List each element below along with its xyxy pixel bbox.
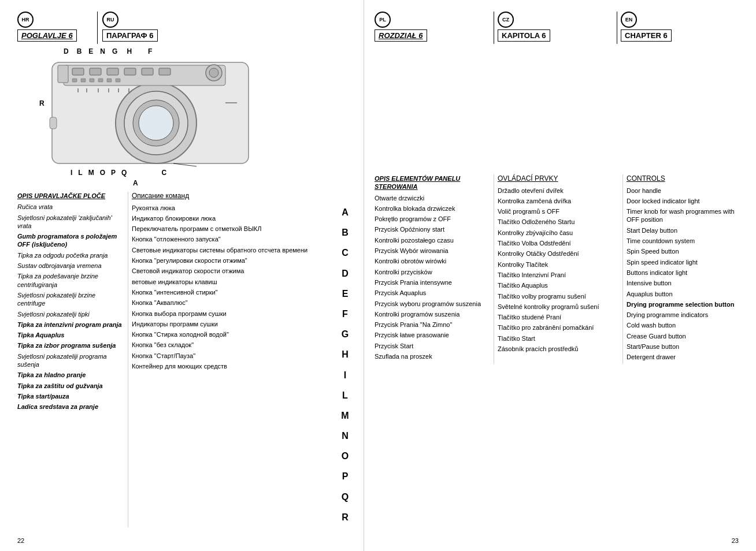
right-image-placeholder bbox=[375, 47, 739, 174]
ru-item-14: Кнопка "без складок" bbox=[132, 341, 337, 349]
vertical-divider-2 bbox=[494, 12, 494, 44]
en-item-8: Buttons indicator light bbox=[627, 269, 739, 277]
label-d: D bbox=[64, 47, 69, 55]
cz-item-1: Držadlo otevření dvířek bbox=[498, 187, 619, 195]
cz-section-title: OVLÁDACÍ PRVKY bbox=[498, 174, 619, 184]
en-item-7: Spin speed indicator light bbox=[627, 258, 739, 266]
hr-badge: HR bbox=[17, 12, 34, 28]
label-a: A bbox=[133, 179, 260, 187]
alpha-p: P bbox=[337, 466, 353, 486]
svg-rect-9 bbox=[107, 68, 118, 75]
en-item-15: Start/Pause button bbox=[627, 342, 739, 351]
cz-item-16: Zásobník pracích prostředků bbox=[498, 345, 619, 353]
alpha-q: Q bbox=[337, 487, 353, 507]
pl-chapter-title: ROZDZIAŁ 6 bbox=[375, 29, 427, 42]
hr-item-2: Svjetlosni pokazatelji 'zaključanih' vra… bbox=[17, 214, 124, 230]
en-item-2: Door locked indicator light bbox=[627, 197, 739, 205]
ru-item-11: Кнопка выбора программ сушки bbox=[132, 310, 337, 318]
alpha-f: F bbox=[337, 304, 353, 324]
pl-item-3: Pokrętło programów z OFF bbox=[375, 215, 490, 223]
pl-items-col: OPIS ELEMENTÓW PANELU STEROWANIA Otwarte… bbox=[375, 174, 490, 363]
divider-pl-cz bbox=[494, 174, 494, 364]
hr-item-10: Tipka Aquaplus bbox=[17, 331, 124, 339]
ru-item-15: Кнопка "Старт/Пауза" bbox=[132, 352, 337, 360]
right-header-row: PL ROZDZIAŁ 6 CZ KAPITOLA 6 bbox=[375, 12, 739, 44]
svg-rect-15 bbox=[72, 79, 77, 82]
vertical-divider-3 bbox=[617, 12, 617, 44]
ru-item-6: Кнопка "регулировки скорости отжима" bbox=[132, 256, 337, 265]
hr-item-3: Gumb programatora s položajem OFF (isklj… bbox=[17, 232, 124, 249]
pl-item-4: Przycisk Opóźniony start bbox=[375, 225, 490, 233]
en-badge: EN bbox=[621, 12, 637, 28]
pl-item-14: Przycisk łatwe prasowanie bbox=[375, 331, 490, 339]
label-o: O bbox=[100, 169, 105, 177]
en-item-1: Door handle bbox=[627, 187, 739, 195]
pl-item-13: Przycisk Prania "Na Zimno" bbox=[375, 321, 490, 329]
ru-chapter-title: ПАРАГРАФ 6 bbox=[102, 29, 158, 42]
alpha-c: C bbox=[337, 243, 353, 263]
hr-item-11: Tipka za izbor programa sušenja bbox=[17, 341, 124, 349]
hr-chapter-title: POGLAVLJE 6 bbox=[17, 29, 77, 42]
svg-rect-10 bbox=[124, 68, 136, 75]
label-m: M bbox=[88, 169, 94, 177]
hr-item-8: Svjetlosni pokazatelji tipki bbox=[17, 310, 124, 318]
svg-rect-8 bbox=[90, 68, 101, 75]
vertical-divider-1 bbox=[97, 12, 98, 44]
cz-item-6: Tlačítko Volba Odstředění bbox=[498, 239, 619, 247]
svg-point-14 bbox=[209, 68, 218, 77]
label-n: N bbox=[100, 47, 105, 55]
svg-rect-11 bbox=[142, 68, 153, 75]
en-section-title: CONTROLS bbox=[627, 174, 739, 184]
cz-item-2: Kontrolka zamčená dvířka bbox=[498, 197, 619, 205]
alpha-e: E bbox=[337, 284, 353, 304]
alpha-m: M bbox=[337, 405, 353, 426]
en-item-16: Detergent drawer bbox=[627, 353, 739, 361]
alpha-g: G bbox=[337, 324, 353, 344]
pl-item-5: Kontrolki pozostałego czasu bbox=[375, 236, 490, 244]
ru-item-10: Кнопка "Акваплюс" bbox=[132, 299, 337, 307]
svg-rect-20 bbox=[116, 79, 120, 82]
en-item-11: Drying programme selection button bbox=[627, 300, 739, 308]
cz-item-14: Tlačítko pro zabránění pomačkání bbox=[498, 323, 619, 332]
ru-item-5: Световые индикаторы системы обратного от… bbox=[132, 246, 337, 254]
right-content-columns: OPIS ELEMENTÓW PANELU STEROWANIA Otwarte… bbox=[375, 174, 739, 364]
hr-header: HR POGLAVLJE 6 bbox=[17, 12, 92, 44]
cz-item-13: Tlačítko studené Praní bbox=[498, 313, 619, 321]
pl-item-10: Przycisk Aquaplus bbox=[375, 289, 490, 297]
svg-rect-19 bbox=[107, 79, 112, 82]
en-item-14: Crease Guard button bbox=[627, 332, 739, 340]
ru-item-13: Кнопка "Стирка холодной водой" bbox=[132, 330, 337, 338]
en-item-9: Intensive button bbox=[627, 279, 739, 287]
hr-item-12: Svjetlosni pokazateliji programa sušenja bbox=[17, 352, 124, 369]
page-number-right: 23 bbox=[732, 537, 739, 544]
ru-item-8: ветовые индикаторы клавиш bbox=[132, 278, 337, 286]
ru-item-9: Кнопка "интенсивной стирки" bbox=[132, 288, 337, 296]
svg-rect-16 bbox=[81, 79, 86, 82]
cz-item-12: Světelné kontrolky programů sušení bbox=[498, 303, 619, 311]
ru-item-16: Контейнер для моющих средств bbox=[132, 362, 337, 370]
svg-rect-5 bbox=[50, 117, 57, 129]
pl-item-11: Przycisk wyboru programów suszenia bbox=[375, 300, 490, 308]
hr-section-title: OPIS UPRAVLJAČKE PLOČE bbox=[17, 192, 124, 200]
label-c: C bbox=[161, 169, 166, 177]
pl-item-1: Otwarte drzwiczki bbox=[375, 194, 490, 202]
hr-item-13: Tipka za hladno pranje bbox=[17, 371, 124, 379]
ru-item-7: Световой индикатор скорости отжима bbox=[132, 267, 337, 275]
label-e: E bbox=[88, 47, 93, 55]
svg-rect-21 bbox=[58, 65, 68, 83]
label-q: Q bbox=[121, 169, 127, 177]
cz-items-col: OVLÁDACÍ PRVKY Držadlo otevření dvířek K… bbox=[498, 174, 619, 355]
ru-badge: RU bbox=[102, 12, 118, 28]
hr-item-16: Ladica sredstava za pranje bbox=[17, 403, 124, 411]
en-chapter-title: CHAPTER 6 bbox=[621, 29, 672, 42]
machine-diagram-area: D B E N G H F bbox=[17, 47, 260, 187]
ru-item-3: Переключатель программ с отметкой ВЫКЛ bbox=[132, 225, 337, 233]
pl-item-6: Przycisk Wybór wirowania bbox=[375, 247, 490, 255]
cz-item-15: Tlačítko Start bbox=[498, 334, 619, 342]
pl-item-7: Kontrolki obrotów wirówki bbox=[375, 257, 490, 265]
label-g: G bbox=[112, 47, 117, 55]
ru-header: RU ПАРАГРАФ 6 bbox=[102, 12, 353, 44]
alpha-b: B bbox=[337, 222, 353, 243]
label-i: I bbox=[71, 169, 72, 177]
ru-item-1: Рукоятка люка bbox=[132, 204, 337, 212]
